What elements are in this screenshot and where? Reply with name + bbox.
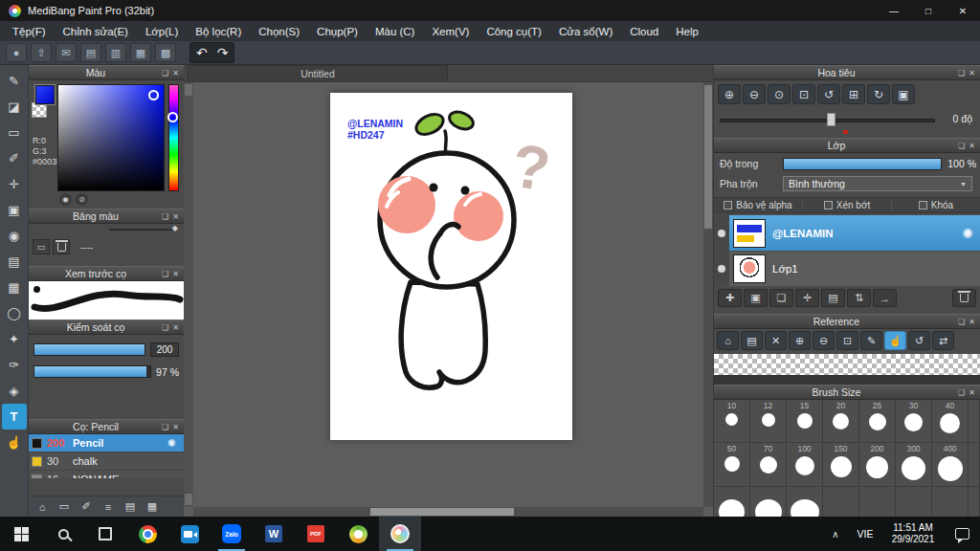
brush-item-chalk[interactable]: 30 chalk [29,452,184,471]
layer-row-lop1[interactable]: Lớp1 [714,251,980,286]
brush-size-cell[interactable]: 400 [932,443,969,487]
pen-settings-icon[interactable]: ✐ [77,498,96,515]
blend-mode-dropdown[interactable]: Bình thường ▼ [783,176,972,191]
action-center-button[interactable] [944,528,980,540]
undo-button[interactable]: ↶ [196,46,208,59]
pan-tool-button[interactable]: ☝ [2,430,27,455]
brush-size-cell[interactable] [859,487,896,517]
delete-layer-button[interactable] [952,289,976,307]
taskbar-search-button[interactable] [42,517,84,551]
browser2-taskbar-button[interactable] [337,517,379,551]
duplicate-layer-icon[interactable]: ❏ [769,289,793,307]
float-panel-icon[interactable]: ❏ [160,212,170,221]
clipping-checkbox[interactable]: Xén bớt [802,200,891,210]
minimize-button[interactable]: — [877,0,911,21]
close-panel-icon[interactable]: ✕ [967,142,977,150]
screen-pick-icon[interactable]: ◉ [59,193,72,206]
open-folder-icon[interactable]: ▤ [741,331,763,350]
canvas-document[interactable]: @LENAMIN #HD247 ? [330,93,572,440]
new-doc-icon[interactable]: ▭ [55,498,74,515]
float-panel-icon[interactable]: ❏ [956,69,967,77]
brush-size-cell[interactable]: 15 [787,400,823,443]
upload-icon[interactable]: ⇧ [31,43,52,62]
brush-size-slider[interactable] [33,343,145,356]
bucket-tool-button[interactable]: ◉ [2,223,27,249]
flip-icon[interactable]: ⇄ [932,331,954,350]
redo-button[interactable]: ↷ [217,46,229,59]
close-panel-icon[interactable]: ✕ [967,388,977,397]
brush-size-cell[interactable]: 100 [787,443,823,487]
comment-icon[interactable]: ✉ [56,43,77,62]
capture-icon[interactable]: ▣ [892,84,915,104]
taskbar-clock[interactable]: 11:51 AM 29/9/2021 [882,522,944,546]
shape-tool-button[interactable]: ◈ [2,378,27,404]
horizontal-scroll-thumb[interactable] [370,508,514,516]
fit-screen-icon[interactable]: ⊞ [842,84,865,104]
brush-size-cell[interactable]: 40 [932,400,969,443]
lock-checkbox[interactable]: Khóa [891,200,980,210]
text-tool-button[interactable]: T [2,404,27,430]
move-tool-button[interactable]: ✛ [2,171,27,197]
menu-edit[interactable]: Chỉnh sửa(E) [55,26,137,37]
menu-tools[interactable]: Công cụ(T) [478,26,550,37]
cloud-icon[interactable]: ● [6,43,27,62]
vertical-scroll-thumb[interactable] [704,85,712,229]
saturation-value-box[interactable] [57,84,165,191]
brush-size-cell[interactable]: 200 [859,443,896,487]
visibility-toggle[interactable] [714,215,729,251]
brush-size-cell[interactable] [787,487,823,517]
background-color-swatch[interactable] [32,102,47,118]
menu-layer[interactable]: Lớp(L) [137,26,187,37]
folder-icon[interactable]: ▤ [121,498,140,515]
layer-color-icon[interactable]: ▣ [744,289,768,307]
float-panel-icon[interactable]: ❏ [160,323,170,332]
brush-size-cell[interactable] [714,487,750,517]
add-layer-icon[interactable]: ✚ [718,289,742,307]
delete-palette-icon[interactable] [53,239,70,254]
float-panel-icon[interactable]: ❏ [160,270,170,278]
eyedropper-icon[interactable]: ✎ [860,331,882,350]
reference-preview[interactable] [714,354,980,375]
gradient-tool-button[interactable]: ▤ [2,249,27,275]
vertical-scrollbar[interactable] [703,82,713,507]
zoom-in-icon[interactable]: ⊕ [718,84,741,104]
chrome-taskbar-button[interactable] [126,517,168,551]
palette-slider-handle[interactable]: ◆ [172,224,178,232]
zoom-out-icon[interactable]: ⊖ [743,84,766,104]
close-panel-icon[interactable]: ✕ [967,318,977,326]
fill-rect-tool-button[interactable]: ▣ [2,197,27,223]
menu-view[interactable]: Xem(V) [423,26,478,37]
gear-icon[interactable]: ✺ [162,437,181,450]
home-icon[interactable]: ⌂ [33,498,52,515]
horizontal-scrollbar[interactable] [193,507,703,517]
control-pen-tool-button[interactable]: ✑ [2,352,27,378]
zoom-in-icon[interactable]: ⊕ [789,331,811,350]
brush-size-cell[interactable]: 150 [823,443,859,487]
close-panel-icon[interactable]: ✕ [170,69,181,77]
brush-size-cell[interactable] [823,487,859,517]
eraser-tool-button[interactable]: ◪ [2,94,27,120]
reorder-layers-icon[interactable]: ⇅ [847,289,871,307]
brush-size-cell[interactable] [932,487,969,517]
camera-taskbar-button[interactable] [168,517,211,551]
select-tool-button[interactable]: ▦ [2,275,27,300]
merge-layer-icon[interactable]: → [873,289,897,307]
clear-icon[interactable]: ✕ [765,331,787,350]
float-panel-icon[interactable]: ❏ [160,69,170,77]
menu-help[interactable]: Help [667,26,707,37]
menu-cloud[interactable]: Cloud [621,26,667,37]
brush-size-cell[interactable]: 70 [750,443,787,487]
tray-expand-button[interactable]: ∧ [823,529,848,540]
pen-tool-button[interactable]: ✐ [2,145,27,171]
close-button[interactable]: ✕ [946,0,980,21]
brush-size-cell[interactable]: 300 [896,443,932,487]
list-icon[interactable]: ≡ [99,498,118,515]
close-panel-icon[interactable]: ✕ [170,423,181,431]
close-panel-icon[interactable]: ✕ [967,69,977,77]
scroll-down-button[interactable] [185,494,192,505]
menu-snap[interactable]: Chụp(P) [308,26,367,37]
post-icon[interactable]: ▤ [80,43,101,62]
foreground-color-swatch[interactable] [35,85,55,104]
rotate-cw-icon[interactable]: ↻ [867,84,890,104]
grid-icon[interactable]: ▦ [143,498,162,515]
